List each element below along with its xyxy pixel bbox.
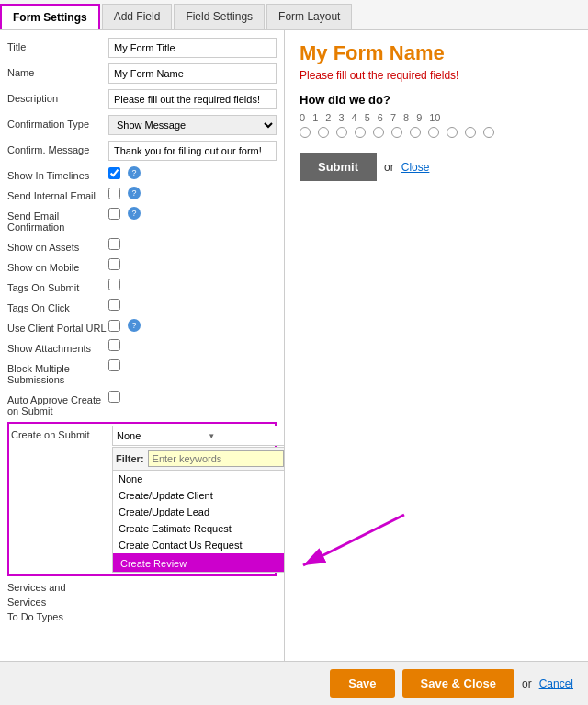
description-input[interactable] [108, 89, 277, 109]
dropdown-list: None Create/Update Client Create/Update … [113, 471, 285, 572]
dropdown-item-create-contact-us-request[interactable]: Create Contact Us Request [113, 537, 285, 553]
tabs-bar: Form Settings Add Field Field Settings F… [0, 0, 588, 30]
show-on-assets-checkbox[interactable] [108, 238, 120, 250]
send-email-confirmation-checkbox[interactable] [108, 208, 120, 220]
tab-add-field[interactable]: Add Field [102, 4, 173, 29]
show-in-timelines-checkbox[interactable] [108, 167, 120, 179]
rating-radio-0[interactable] [300, 127, 311, 138]
tags-on-click-row: Tags On Click [7, 299, 277, 313]
dropdown-item-create-update-lead[interactable]: Create/Update Lead [113, 504, 285, 520]
send-email-confirmation-help-icon[interactable]: ? [128, 207, 141, 220]
left-panel: Title Name Description [0, 30, 285, 661]
rating-num-6: 6 [378, 112, 383, 123]
send-internal-email-label: Send Internal Email [7, 187, 108, 201]
rating-radio-2[interactable] [336, 127, 347, 138]
title-row: Title [7, 38, 277, 58]
create-on-submit-dropdown-trigger[interactable]: None ▼ [112, 426, 285, 446]
rating-radio-3[interactable] [355, 127, 366, 138]
dropdown-item-create-update-client[interactable]: Create/Update Client [113, 487, 285, 504]
confirm-message-input[interactable] [108, 141, 277, 161]
show-in-timelines-control: ? [108, 166, 277, 179]
rating-radio-10[interactable] [483, 127, 494, 138]
name-row: Name [7, 63, 277, 84]
rating-radio-8[interactable] [447, 127, 458, 138]
rating-radios [300, 127, 573, 138]
submit-row: Submit or Close [300, 153, 573, 181]
rating-num-2: 2 [325, 112, 331, 123]
confirmation-type-select[interactable]: Show Message Redirect [108, 115, 277, 135]
rating-numbers: 0 1 2 3 4 5 6 7 8 9 10 [300, 112, 573, 123]
rating-num-1: 1 [312, 112, 318, 123]
services-and-row: Services and [7, 582, 277, 593]
show-on-assets-row: Show on Assets [7, 238, 277, 253]
rating-num-8: 8 [403, 112, 409, 123]
rating-label: How did we do? [300, 93, 573, 107]
show-on-assets-control [108, 238, 277, 250]
rating-radio-9[interactable] [465, 127, 476, 138]
use-client-portal-url-row: Use Client Portal URL ? [7, 319, 277, 334]
rating-radio-7[interactable] [428, 127, 439, 138]
name-control [108, 63, 277, 84]
services-and-label: Services and [7, 582, 108, 593]
create-on-submit-row: Create on Submit None ▼ Filter: ✕ [7, 422, 277, 576]
block-multiple-submissions-checkbox[interactable] [108, 359, 120, 371]
send-internal-email-help-icon[interactable]: ? [128, 187, 141, 199]
show-on-mobile-control [108, 258, 277, 270]
block-multiple-submissions-label: Block Multiple Submissions [7, 359, 108, 385]
right-panel: My Form Name Please fill out the require… [285, 30, 588, 661]
show-in-timelines-label: Show In Timelines [7, 166, 108, 181]
show-on-mobile-checkbox[interactable] [108, 258, 120, 270]
rating-radio-5[interactable] [391, 127, 402, 138]
use-client-portal-url-checkbox[interactable] [108, 320, 120, 332]
auto-approve-cos-row: Auto Approve Create on Submit [7, 391, 277, 416]
name-input[interactable] [108, 63, 277, 84]
name-label: Name [7, 63, 108, 78]
show-attachments-control [108, 339, 277, 351]
filter-input[interactable] [148, 450, 284, 467]
tab-form-layout[interactable]: Form Layout [266, 4, 352, 29]
send-internal-email-row: Send Internal Email ? [7, 187, 277, 201]
show-on-mobile-label: Show on Mobile [7, 258, 108, 273]
form-title-display: My Form Name [300, 41, 573, 65]
tags-on-submit-row: Tags On Submit [7, 279, 277, 293]
save-close-button[interactable]: Save & Close [402, 669, 514, 698]
tab-field-settings[interactable]: Field Settings [174, 4, 265, 29]
services-section: Services and Services To Do Types [7, 582, 277, 622]
show-attachments-label: Show Attachments [7, 339, 108, 354]
filter-row: Filter: ✕ [113, 448, 285, 471]
use-client-portal-url-help-icon[interactable]: ? [128, 319, 141, 332]
close-link[interactable]: Close [401, 161, 430, 174]
rating-radio-6[interactable] [410, 127, 421, 138]
show-attachments-checkbox[interactable] [108, 339, 120, 351]
dropdown-item-none[interactable]: None [113, 471, 285, 487]
title-label: Title [7, 38, 108, 52]
tags-on-click-checkbox[interactable] [108, 299, 120, 311]
rating-radio-1[interactable] [318, 127, 329, 138]
save-button[interactable]: Save [330, 669, 394, 698]
tags-on-click-control [108, 299, 277, 311]
dropdown-item-create-estimate-request[interactable]: Create Estimate Request [113, 520, 285, 537]
tags-on-submit-checkbox[interactable] [108, 279, 120, 290]
rating-num-4: 4 [352, 112, 357, 123]
show-in-timelines-help-icon[interactable]: ? [128, 166, 141, 179]
block-multiple-submissions-row: Block Multiple Submissions [7, 359, 277, 385]
auto-approve-cos-control [108, 391, 277, 403]
cancel-link[interactable]: Cancel [539, 677, 573, 690]
show-on-mobile-row: Show on Mobile [7, 258, 277, 273]
title-input[interactable] [108, 38, 277, 58]
bottom-or-text: or [522, 677, 532, 690]
send-internal-email-control: ? [108, 187, 277, 199]
create-on-submit-label: Create on Submit [11, 426, 112, 440]
rating-radio-4[interactable] [373, 127, 384, 138]
send-internal-email-checkbox[interactable] [108, 188, 120, 199]
tags-on-submit-control [108, 279, 277, 290]
rating-num-0: 0 [300, 112, 305, 123]
confirmation-type-control: Show Message Redirect [108, 115, 277, 135]
auto-approve-cos-checkbox[interactable] [108, 391, 120, 403]
submit-button[interactable]: Submit [300, 153, 377, 181]
or-text: or [384, 161, 394, 174]
confirm-message-control [108, 141, 277, 161]
dropdown-item-create-review[interactable]: Create Review [113, 553, 285, 572]
tab-form-settings[interactable]: Form Settings [0, 4, 100, 29]
confirmation-type-row: Confirmation Type Show Message Redirect [7, 115, 277, 135]
